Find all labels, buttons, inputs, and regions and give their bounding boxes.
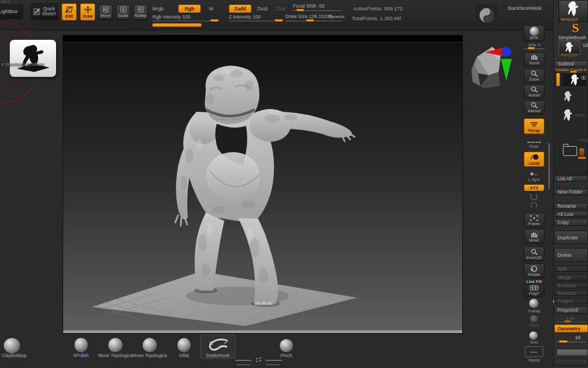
floor-toggle[interactable]: Floor	[522, 144, 547, 149]
z-intensity-knob[interactable]	[274, 19, 283, 22]
move-3d-button[interactable]: Move	[524, 229, 544, 244]
delete-button[interactable]: Delete	[554, 248, 588, 262]
tray-divider-line	[235, 360, 252, 361]
mrgb-toggle[interactable]: Mrgb	[152, 6, 164, 11]
document-canvas[interactable]	[63, 35, 463, 334]
frame-button[interactable]: Frame	[524, 213, 544, 227]
draw-icon	[84, 6, 92, 13]
rgb-intensity-slider[interactable]	[152, 21, 219, 21]
spix-knob[interactable]	[528, 47, 535, 50]
rotate-button[interactable]: R Rotate	[133, 4, 148, 20]
xyz-toggle[interactable]: XYZ	[524, 184, 544, 191]
brush-thumb-hpolish[interactable]	[75, 338, 88, 352]
duplicate-button[interactable]: Duplicate	[554, 231, 588, 244]
m-toggle[interactable]: M	[209, 6, 213, 11]
split-button[interactable]: Split	[554, 266, 588, 272]
ghost-sphere-icon[interactable]	[530, 315, 538, 323]
panel-input-field[interactable]	[556, 349, 588, 356]
rgb-intensity-knob[interactable]	[210, 19, 219, 22]
brush-label[interactable]: hPolish	[66, 353, 96, 358]
focal-shift-knob[interactable]	[296, 9, 304, 11]
bpr-button[interactable]: BPR	[524, 25, 544, 41]
shelf-scroll-track[interactable]	[548, 143, 550, 189]
all-low-button[interactable]: All Low	[554, 211, 588, 217]
subtool-header[interactable]: Subtool	[554, 61, 588, 67]
dynamic-toggle[interactable]: Dynamic	[329, 15, 345, 19]
lsym-toggle[interactable]: L.Sym	[522, 177, 547, 182]
backface-mask-button[interactable]: BackfaceMask	[508, 5, 542, 11]
brush-label[interactable]: Move Topologica	[130, 353, 169, 358]
spin-icon[interactable]	[531, 202, 537, 208]
persp-toggle[interactable]: Persp	[524, 118, 544, 134]
lightbox-button[interactable]: LightBox	[0, 4, 23, 19]
rgb-toggle[interactable]: Rgb	[178, 4, 201, 13]
xpose-toggle[interactable]: Xpose	[522, 358, 547, 363]
quick-sketch-button[interactable]: Quick Sketch	[31, 3, 58, 20]
solo-sphere-icon[interactable]	[529, 331, 538, 340]
edit-button[interactable]: Edit	[62, 3, 77, 21]
geometry-knob[interactable]	[559, 340, 568, 343]
brush-thumb-movetopo1[interactable]	[108, 338, 122, 352]
project-button[interactable]: Project	[554, 298, 588, 304]
ghost-toggle[interactable]: Ghost	[522, 323, 547, 328]
project-dist-knob[interactable]	[564, 320, 571, 323]
zbrush-logo[interactable]	[476, 4, 498, 26]
geometry-button[interactable]: Geometry	[554, 324, 588, 333]
quick-sketch-icon	[33, 8, 40, 15]
panel-dark-row[interactable]	[554, 359, 588, 366]
merge-button[interactable]: Merge	[554, 274, 588, 281]
subtool-folder-item[interactable]	[561, 143, 588, 160]
solo-toggle[interactable]: Solo	[522, 340, 547, 345]
project-dist-slider[interactable]	[556, 322, 586, 322]
brush-label[interactable]: Move Topologica	[96, 353, 135, 358]
subtool-item-label: FM30	[575, 113, 585, 117]
brush-thumb-snakehook[interactable]	[207, 338, 229, 351]
rename-button[interactable]: Rename	[554, 203, 588, 209]
project-all-button[interactable]: ProjectAll	[554, 306, 588, 314]
zsub-toggle[interactable]: Zsub	[257, 6, 268, 11]
draw-size-knob[interactable]	[306, 19, 314, 22]
brush-label[interactable]: ClayBuildup	[0, 353, 28, 358]
rotate3d-button[interactable]: Rotate	[524, 263, 544, 278]
local-toggle[interactable]: Local	[524, 152, 544, 167]
list-all-button[interactable]: List All	[554, 176, 588, 182]
eye-icon[interactable]	[581, 76, 586, 80]
remesh-button[interactable]: Remesh	[554, 290, 588, 296]
actual-button[interactable]: Actual	[524, 85, 544, 99]
subtool-item[interactable]	[561, 89, 588, 104]
brush-thumb-claybuildup[interactable]	[4, 338, 20, 353]
subtool-scrollbar[interactable]	[556, 73, 560, 86]
subtool-item[interactable]: FM30	[561, 107, 588, 123]
new-folder-button[interactable]: New Folder	[554, 189, 588, 195]
brush-thumb-inflat[interactable]	[177, 338, 191, 352]
scroll-button[interactable]: Scroll	[524, 52, 544, 67]
tray-resize-arrows[interactable]: ▲▼▲▼	[253, 357, 265, 364]
canvas-bottom-scrollbar[interactable]	[63, 330, 463, 334]
boolean-button[interactable]: Boolean	[554, 282, 588, 288]
brush-label[interactable]: Inflat	[171, 353, 197, 358]
transp-sphere-icon[interactable]	[529, 299, 538, 308]
transp-toggle[interactable]: Transp	[522, 309, 547, 313]
magnifier-icon	[531, 86, 538, 93]
move-button[interactable]: M Move	[99, 4, 113, 20]
scale-button[interactable]: S Scale	[116, 4, 130, 20]
brush-label[interactable]: Pinch	[273, 353, 299, 358]
subtool-item-selected[interactable]	[561, 73, 588, 87]
aahalf-button[interactable]: AAHalf	[524, 100, 544, 114]
draw-button[interactable]: Draw	[80, 3, 95, 21]
simplebrush-s-icon[interactable]: S	[568, 21, 583, 35]
magnifier-icon	[531, 102, 538, 108]
camera-gizmo-head[interactable]	[467, 36, 517, 91]
spin-icon[interactable]	[530, 193, 537, 200]
brush-thumb-pinch[interactable]	[280, 339, 293, 352]
copy-button[interactable]: Copy	[554, 219, 588, 226]
zoom3d-button[interactable]: Zoom3D	[524, 246, 544, 261]
polyframe-button[interactable]: PolyF	[524, 284, 544, 297]
zoom-button[interactable]: Zoom	[524, 69, 544, 83]
drag-preview-card	[10, 40, 56, 77]
brush-thumb-movetopo2[interactable]	[143, 338, 157, 352]
zcut-toggle[interactable]: Zcut	[276, 6, 286, 11]
brush-label[interactable]: SnakeHook	[203, 353, 233, 358]
xpose-icon[interactable]: •••	[525, 346, 543, 357]
zadd-toggle[interactable]: Zadd	[229, 4, 252, 13]
